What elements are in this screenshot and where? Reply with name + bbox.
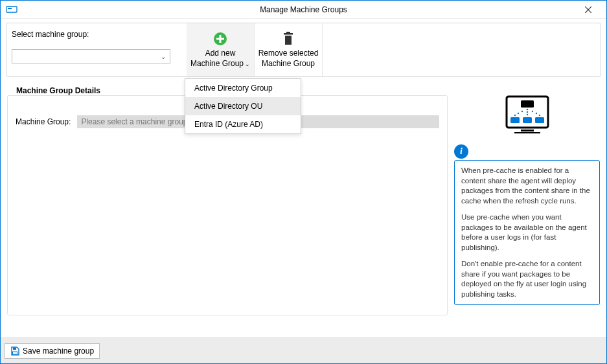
details-legend: Machine Group Details <box>14 86 103 95</box>
info-paragraph: Don't enable pre-cache for a content sha… <box>461 259 593 299</box>
svg-rect-14 <box>510 117 520 123</box>
network-diagram-icon <box>454 94 600 139</box>
svg-rect-12 <box>514 132 540 133</box>
machine-group-field-label: Machine Group: <box>16 117 71 126</box>
svg-point-22 <box>526 114 527 115</box>
svg-rect-1 <box>8 8 12 9</box>
info-panel: When pre-cache is enabled for a content … <box>454 160 600 305</box>
window-title: Manage Machine Groups <box>1 5 606 14</box>
svg-rect-11 <box>521 130 534 131</box>
menu-item-ad-group[interactable]: Active Directory Group <box>185 79 301 97</box>
footer-bar: Save machine group <box>1 337 606 363</box>
toolbar: Select machine group: ⌄ Add new Machine … <box>6 23 601 77</box>
svg-point-17 <box>526 109 528 111</box>
info-paragraph: Use pre-cache when you want packages to … <box>461 212 593 253</box>
info-paragraph: When pre-cache is enabled for a content … <box>461 166 593 206</box>
svg-point-25 <box>538 115 540 116</box>
svg-rect-0 <box>6 6 17 12</box>
svg-point-21 <box>526 111 527 113</box>
remove-label-2: Machine Group <box>262 59 315 68</box>
chevron-down-icon: ⌄ <box>161 53 166 60</box>
menu-item-ad-ou[interactable]: Active Directory OU <box>185 97 301 115</box>
info-column: i When pre-cache is enabled for a conten… <box>454 94 600 305</box>
add-new-machine-group-button[interactable]: Add new Machine Group⌄ <box>187 23 255 76</box>
svg-point-24 <box>535 113 536 114</box>
svg-rect-16 <box>535 117 544 123</box>
svg-point-19 <box>517 113 518 114</box>
add-new-dropdown-menu: Active Directory Group Active Directory … <box>185 78 301 134</box>
svg-rect-6 <box>216 38 224 40</box>
svg-rect-8 <box>286 32 290 33</box>
save-button-label: Save machine group <box>23 347 94 356</box>
menu-item-entra-id[interactable]: Entra ID (Azure AD) <box>185 115 301 133</box>
close-icon <box>585 6 591 13</box>
svg-rect-27 <box>13 352 17 354</box>
chevron-down-icon: ⌄ <box>245 61 250 67</box>
svg-point-18 <box>521 111 522 112</box>
svg-rect-26 <box>13 347 16 350</box>
add-new-label-2: Machine Group <box>190 59 244 68</box>
save-icon <box>10 347 19 356</box>
svg-point-20 <box>514 115 515 116</box>
save-machine-group-button[interactable]: Save machine group <box>5 343 100 359</box>
select-machine-group-label: Select machine group: <box>12 30 170 39</box>
trash-icon <box>282 32 295 46</box>
svg-point-23 <box>531 111 533 112</box>
machine-group-dropdown[interactable]: ⌄ <box>12 49 170 63</box>
svg-rect-9 <box>285 36 292 45</box>
remove-selected-machine-group-button[interactable]: Remove selected Machine Group <box>255 23 323 76</box>
content-area: Machine Group Details Machine Group: <box>1 77 606 337</box>
remove-label-1: Remove selected <box>258 49 319 58</box>
svg-rect-7 <box>284 33 293 35</box>
svg-rect-15 <box>523 117 532 123</box>
add-new-label-1: Add new <box>205 49 236 58</box>
title-bar: Manage Machine Groups <box>1 1 606 19</box>
info-icon: i <box>454 144 468 159</box>
add-icon <box>212 31 228 47</box>
close-button[interactable] <box>575 2 601 17</box>
app-icon <box>6 5 17 14</box>
svg-rect-13 <box>521 100 534 108</box>
